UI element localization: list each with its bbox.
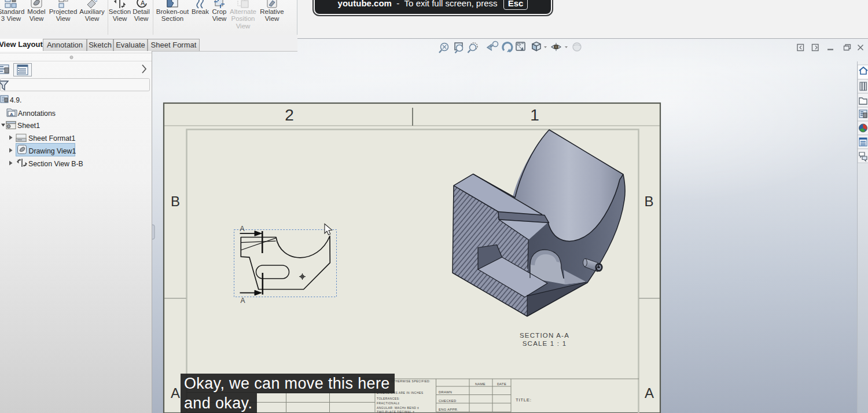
svg-text:CHECKED: CHECKED bbox=[439, 399, 456, 403]
svg-text:TITLE:: TITLE: bbox=[516, 397, 532, 403]
svg-text:TOLERANCES:: TOLERANCES: bbox=[377, 397, 400, 400]
svg-text:ENG APPR.: ENG APPR. bbox=[439, 408, 458, 411]
svg-text:B: B bbox=[171, 193, 180, 209]
svg-text:TWO PLACE DECIMAL ±: TWO PLACE DECIMAL ± bbox=[377, 410, 415, 413]
svg-text:A: A bbox=[240, 297, 245, 305]
svg-text:Section View B-B: Section View B-B bbox=[28, 160, 83, 168]
svg-text:SECTION A-A: SECTION A-A bbox=[520, 332, 569, 339]
svg-text:A: A bbox=[171, 385, 180, 401]
svg-text:Annotations: Annotations bbox=[18, 109, 56, 118]
svg-text:A: A bbox=[240, 225, 244, 233]
svg-text:DRAWN: DRAWN bbox=[439, 390, 452, 394]
svg-text:A: A bbox=[645, 385, 654, 401]
svg-text:2: 2 bbox=[285, 106, 294, 124]
svg-text:DATE: DATE bbox=[497, 382, 506, 386]
svg-text:A: A bbox=[10, 112, 13, 117]
svg-text:NAME: NAME bbox=[475, 382, 486, 386]
svg-text:4.9.: 4.9. bbox=[10, 96, 22, 104]
svg-text:FRACTIONAL±: FRACTIONAL± bbox=[377, 401, 399, 405]
svg-text:A: A bbox=[141, 0, 145, 6]
svg-text:Sheet1: Sheet1 bbox=[17, 122, 40, 130]
svg-text:Drawing View1: Drawing View1 bbox=[29, 147, 76, 155]
svg-text:Sheet Format1: Sheet Format1 bbox=[28, 134, 75, 142]
svg-text:B: B bbox=[644, 193, 653, 209]
svg-text:ANGULAR: MACH± BEND ±: ANGULAR: MACH± BEND ± bbox=[377, 406, 419, 410]
svg-text:SCALE 1 : 1: SCALE 1 : 1 bbox=[523, 340, 567, 347]
svg-text:1: 1 bbox=[530, 106, 539, 124]
